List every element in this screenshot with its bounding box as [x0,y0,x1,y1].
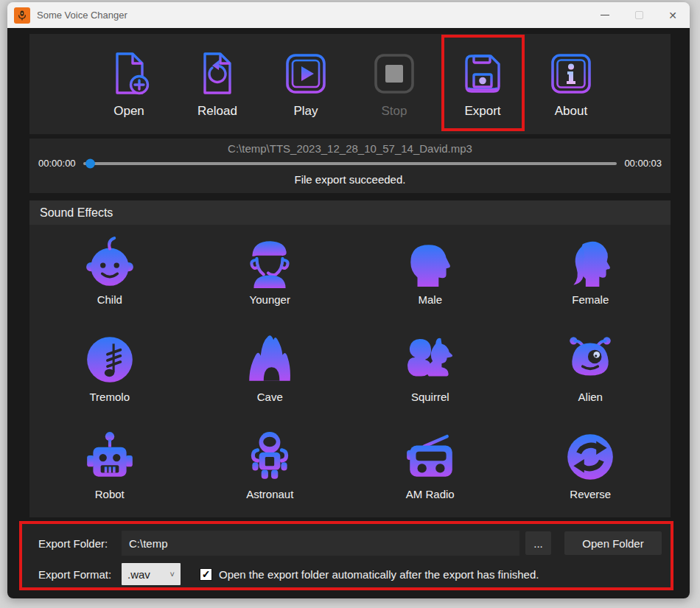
open-folder-button[interactable]: Open Folder [564,531,662,555]
stop-icon [371,50,418,97]
effect-label: Cave [257,391,283,403]
app-icon [14,7,30,24]
astronaut-icon [242,430,297,484]
toolbar: Open Reload [29,34,671,134]
open-label: Open [113,104,144,119]
export-folder-input[interactable] [122,531,519,556]
minimize-icon [601,15,609,15]
browse-folder-button[interactable]: ... [525,531,551,555]
effect-label: Tremolo [90,391,130,403]
loaded-file-path: C:\temp\TTS_2023_12_28_10_57_14_David.mp… [29,139,671,155]
minimize-button[interactable] [588,2,622,28]
effect-male[interactable]: Male [350,226,511,323]
squirrel-icon [403,332,458,387]
open-folder-checkbox-label: Open the export folder automatically aft… [219,568,539,581]
microphone-icon [16,10,28,21]
reload-label: Reload [197,104,237,119]
effect-label: Reverse [570,488,611,500]
cave-icon [242,332,297,387]
effect-label: Female [572,293,609,306]
effect-label: Squirrel [411,391,449,403]
effect-label: Alien [578,391,603,403]
effect-alien[interactable]: Alien [511,323,671,420]
reverse-icon [563,430,617,484]
alien-icon [563,332,617,387]
child-icon [83,235,137,290]
checkmark-icon: ✓ [202,568,211,580]
effect-label: Male [418,293,442,306]
main-content: Open Reload [7,28,690,598]
effect-label: Astronaut [246,488,293,500]
total-time: 00:00:03 [624,158,662,169]
effect-label: Child [97,293,122,306]
title-bar: Some Voice Changer ✕ [7,2,690,28]
export-settings-panel: Export Folder: ... Open Folder Export Fo… [19,521,673,590]
effect-label: Robot [95,488,125,500]
effect-reverse[interactable]: Reverse [511,420,671,517]
effect-robot[interactable]: Robot [29,420,190,517]
sound-effects-panel: Sound Effects Child [29,200,671,517]
play-button[interactable]: Play [262,50,350,119]
seek-slider[interactable] [83,162,617,165]
play-label: Play [293,104,318,119]
seek-slider-thumb[interactable] [85,158,95,168]
app-window: Some Voice Changer ✕ Open [7,2,690,598]
export-icon [459,50,506,97]
about-button[interactable]: About [527,50,615,119]
stop-label: Stop [382,104,407,119]
stop-button[interactable]: Stop [350,50,438,119]
effect-astronaut[interactable]: Astronaut [190,420,351,517]
play-icon [282,50,329,97]
export-format-value: .wav [127,568,150,581]
effect-am-radio[interactable]: AM Radio [350,420,511,517]
am-radio-icon [403,430,458,484]
open-folder-checkbox[interactable]: ✓ [200,568,212,581]
effect-label: AM Radio [406,488,455,500]
sound-effects-title: Sound Effects [29,200,671,225]
effect-child[interactable]: Child [29,226,190,323]
export-format-select[interactable]: .wav ˅ [122,563,181,585]
effects-grid: Child Younger [29,225,671,517]
open-button[interactable]: Open [85,50,173,119]
close-icon: ✕ [668,10,677,21]
export-button[interactable]: Export [438,50,527,119]
effect-cave[interactable]: Cave [190,323,351,420]
chevron-down-icon: ˅ [170,570,175,579]
effect-tremolo[interactable]: Tremolo [29,323,190,420]
younger-icon [242,235,297,290]
open-file-icon [105,50,153,97]
effect-squirrel[interactable]: Squirrel [350,323,511,420]
reload-button[interactable]: Reload [173,50,262,119]
export-format-label: Export Format: [38,568,122,581]
maximize-icon [635,11,643,19]
window-title: Some Voice Changer [37,10,127,21]
effect-female[interactable]: Female [511,226,671,323]
export-label: Export [464,104,500,119]
female-icon [563,235,617,290]
status-message: File export succeeded. [29,169,671,186]
reload-icon [194,50,241,97]
male-icon [403,235,458,290]
tremolo-icon [83,332,137,387]
player-panel: C:\temp\TTS_2023_12_28_10_57_14_David.mp… [29,139,671,193]
close-button[interactable]: ✕ [656,2,690,28]
about-icon [547,50,595,97]
robot-icon [83,430,137,484]
export-folder-label: Export Folder: [38,537,122,550]
effect-younger[interactable]: Younger [190,226,351,323]
current-time: 00:00:00 [38,158,76,169]
maximize-button[interactable] [622,2,656,28]
about-label: About [555,104,587,119]
effect-label: Younger [250,293,290,306]
